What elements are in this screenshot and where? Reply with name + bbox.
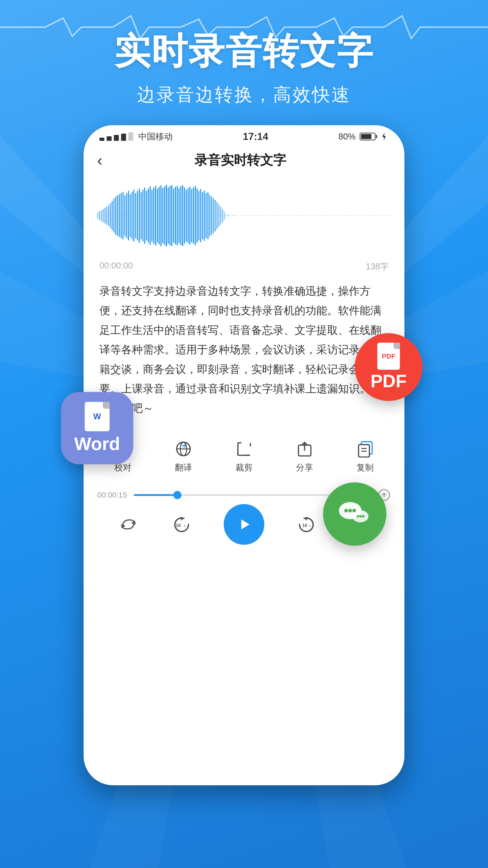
progress-current-time: 00:00:15 xyxy=(97,491,127,499)
phone-mockup: W Word PDF PDF xyxy=(84,125,404,785)
floating-pdf-icon[interactable]: PDF PDF xyxy=(355,333,422,401)
pdf-doc-icon: PDF xyxy=(377,343,400,370)
battery-percentage: 80% xyxy=(338,132,356,142)
floating-word-icon[interactable]: W Word xyxy=(61,392,133,464)
play-button[interactable] xyxy=(224,504,264,545)
svg-text:s: s xyxy=(184,524,186,528)
recording-time: 00:00:00 xyxy=(99,261,133,272)
background: 实时录音转文字 边录音边转换，高效快速 W Word PDF PDF xyxy=(0,0,488,868)
nav-title: 录音实时转文字 xyxy=(102,151,379,169)
translate-icon: 译 xyxy=(174,440,193,458)
lightning-icon xyxy=(380,132,389,141)
svg-point-11 xyxy=(357,515,359,518)
toolbar-translate[interactable]: 译 翻译 xyxy=(174,440,193,473)
progress-track[interactable] xyxy=(134,494,332,496)
svg-marker-126 xyxy=(181,517,184,521)
toolbar-crop[interactable]: 裁剪 xyxy=(235,440,253,473)
back-button[interactable]: ‹ xyxy=(97,151,102,169)
pdf-label: PDF xyxy=(370,371,407,392)
crop-icon xyxy=(235,440,253,458)
copy-label: 复制 xyxy=(357,462,374,473)
copy-icon xyxy=(356,440,374,458)
word-label: Word xyxy=(74,434,120,454)
svg-text:10: 10 xyxy=(302,523,307,528)
page-title: 实时录音转文字 xyxy=(114,27,374,76)
battery-icon xyxy=(360,133,376,141)
signal-icon xyxy=(99,132,133,141)
translate-label: 翻译 xyxy=(175,462,192,473)
waveform-area: // This won't execute as inline SVG scri… xyxy=(84,173,404,258)
pdf-doc-text: PDF xyxy=(382,352,395,360)
crop-label: 裁剪 xyxy=(235,462,253,473)
share-label: 分享 xyxy=(296,462,313,473)
svg-text:译: 译 xyxy=(182,444,186,448)
svg-point-7 xyxy=(344,509,348,513)
char-count: 138字 xyxy=(366,261,389,272)
rewind-10s-button[interactable]: 10 s xyxy=(170,513,193,536)
share-icon xyxy=(295,440,314,458)
svg-point-12 xyxy=(359,515,362,518)
status-right: 80% xyxy=(338,132,389,142)
time-count-row: 00:00:00 138字 xyxy=(84,261,404,272)
svg-marker-129 xyxy=(241,520,250,529)
svg-text:s: s xyxy=(309,524,311,528)
toolbar-share[interactable]: 分享 xyxy=(295,440,314,473)
progress-fill xyxy=(134,494,177,496)
svg-point-13 xyxy=(362,515,365,518)
svg-marker-130 xyxy=(304,517,307,521)
carrier-label: 中国移动 xyxy=(138,131,173,143)
status-bar: 中国移动 17:14 80% xyxy=(84,125,404,148)
progress-thumb[interactable] xyxy=(173,491,182,499)
svg-marker-14 xyxy=(382,132,386,141)
battery-fill xyxy=(361,134,371,139)
svg-rect-109 xyxy=(238,443,250,455)
svg-text:10: 10 xyxy=(176,523,181,528)
status-left: 中国移动 xyxy=(99,131,173,143)
status-time: 17:14 xyxy=(243,131,268,142)
word-doc-icon: W xyxy=(85,402,109,431)
toolbar-copy[interactable]: 复制 xyxy=(356,440,374,473)
waveform-svg: // This won't execute as inline SVG scri… xyxy=(97,184,391,247)
word-doc-text: W xyxy=(93,412,101,421)
svg-point-8 xyxy=(348,509,352,513)
loop-speed-button[interactable] xyxy=(117,513,140,536)
phone-screen: 中国移动 17:14 80% ‹ 录音实时转文字 xyxy=(84,125,404,785)
page-subtitle: 边录音边转换，高效快速 xyxy=(137,83,351,107)
nav-bar: ‹ 录音实时转文字 xyxy=(84,148,404,173)
floating-wechat-icon[interactable] xyxy=(323,483,386,546)
forward-10s-button[interactable]: 10 s xyxy=(295,513,318,536)
